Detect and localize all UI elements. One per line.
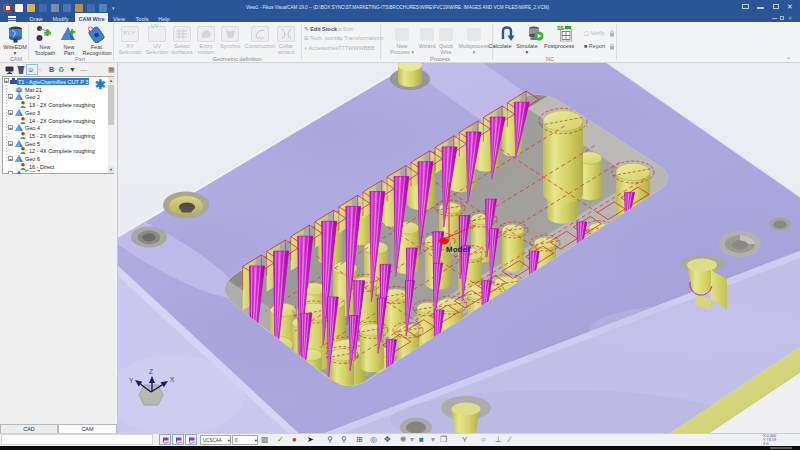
svg-text:$$: $$	[557, 25, 564, 31]
svg-text:Y: Y	[129, 377, 134, 384]
svg-text:X: X	[170, 376, 175, 383]
svg-text:Model: Model	[446, 245, 469, 254]
svg-text:Z: Z	[149, 368, 153, 375]
